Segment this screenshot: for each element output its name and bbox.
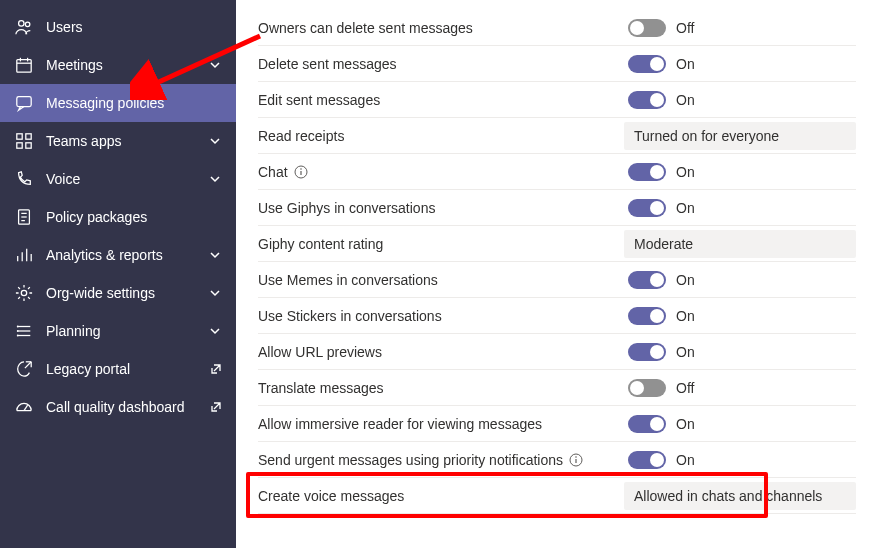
setting-label: Use Stickers in conversations: [258, 308, 628, 324]
setting-row: Use Memes in conversations On: [258, 262, 856, 298]
sidebar-item-label: Teams apps: [46, 133, 208, 149]
info-icon[interactable]: [294, 165, 308, 179]
setting-row: Giphy content rating Moderate: [258, 226, 856, 262]
sidebar-item-legacy-portal[interactable]: Legacy portal: [0, 350, 236, 388]
toggle-switch[interactable]: [628, 415, 666, 433]
setting-label: Giphy content rating: [258, 236, 624, 252]
setting-row: Allow immersive reader for viewing messa…: [258, 406, 856, 442]
svg-point-35: [575, 456, 577, 458]
setting-label: Allow immersive reader for viewing messa…: [258, 416, 628, 432]
sidebar-item-meetings[interactable]: Meetings: [0, 46, 236, 84]
sidebar-item-teams-apps[interactable]: Teams apps: [0, 122, 236, 160]
select-dropdown[interactable]: Allowed in chats and channels: [624, 482, 856, 510]
toggle-state-text: On: [676, 344, 695, 360]
settings-icon: [14, 283, 34, 303]
toggle-switch[interactable]: [628, 199, 666, 217]
sidebar-item-label: Org-wide settings: [46, 285, 208, 301]
toggle-switch[interactable]: [628, 343, 666, 361]
sidebar-item-voice[interactable]: Voice: [0, 160, 236, 198]
sidebar-item-users[interactable]: Users: [0, 8, 236, 46]
setting-control: Allowed in chats and channels: [624, 482, 856, 510]
toggle-switch[interactable]: [628, 91, 666, 109]
toggle-switch[interactable]: [628, 163, 666, 181]
svg-rect-2: [17, 60, 31, 73]
chevron-down-icon: [208, 324, 222, 338]
svg-line-29: [24, 405, 28, 410]
setting-label: Read receipts: [258, 128, 624, 144]
apps-icon: [14, 131, 34, 151]
chevron-down-icon: [208, 248, 222, 262]
setting-row: Send urgent messages using priority noti…: [258, 442, 856, 478]
toggle-switch[interactable]: [628, 55, 666, 73]
setting-row: Use Giphys in conversations On: [258, 190, 856, 226]
toggle-state-text: On: [676, 416, 695, 432]
chevron-down-icon: [208, 172, 222, 186]
sidebar-item-policy-packages[interactable]: Policy packages: [0, 198, 236, 236]
setting-control: On: [628, 343, 856, 361]
setting-control: On: [628, 163, 856, 181]
sidebar: Users Meetings Messaging policies Teams …: [0, 0, 236, 548]
setting-control: Moderate: [624, 230, 856, 258]
sidebar-item-planning[interactable]: Planning: [0, 312, 236, 350]
dashboard-icon: [14, 397, 34, 417]
legacy-icon: [14, 359, 34, 379]
toggle-switch[interactable]: [628, 307, 666, 325]
sidebar-item-messaging-policies[interactable]: Messaging policies: [0, 84, 236, 122]
sidebar-item-org-wide-settings[interactable]: Org-wide settings: [0, 274, 236, 312]
setting-row: Owners can delete sent messages Off: [258, 10, 856, 46]
svg-rect-8: [26, 134, 31, 139]
toggle-switch[interactable]: [628, 271, 666, 289]
sidebar-item-label: Meetings: [46, 57, 208, 73]
chevron-down-icon: [208, 134, 222, 148]
sidebar-item-analytics-reports[interactable]: Analytics & reports: [0, 236, 236, 274]
voice-icon: [14, 169, 34, 189]
settings-panel: Owners can delete sent messages Off Dele…: [236, 0, 878, 548]
setting-label: Translate messages: [258, 380, 628, 396]
sidebar-item-label: Analytics & reports: [46, 247, 208, 263]
users-icon: [14, 17, 34, 37]
svg-point-19: [21, 290, 26, 295]
policy-icon: [14, 207, 34, 227]
svg-rect-6: [17, 97, 31, 107]
external-link-icon: [210, 401, 222, 413]
toggle-switch[interactable]: [628, 451, 666, 469]
sidebar-item-label: Call quality dashboard: [46, 399, 204, 415]
svg-rect-9: [17, 143, 22, 148]
svg-point-32: [300, 168, 302, 170]
setting-label: Allow URL previews: [258, 344, 628, 360]
svg-rect-10: [26, 143, 31, 148]
svg-rect-7: [17, 134, 22, 139]
sidebar-item-label: Users: [46, 19, 222, 35]
setting-row: Create voice messages Allowed in chats a…: [258, 478, 856, 514]
toggle-state-text: On: [676, 200, 695, 216]
sidebar-item-call-quality-dashboard[interactable]: Call quality dashboard: [0, 388, 236, 426]
setting-control: On: [628, 415, 856, 433]
sidebar-item-label: Policy packages: [46, 209, 222, 225]
select-dropdown[interactable]: Turned on for everyone: [624, 122, 856, 150]
setting-row: Edit sent messages On: [258, 82, 856, 118]
toggle-switch[interactable]: [628, 379, 666, 397]
setting-control: Off: [628, 19, 856, 37]
setting-row: Allow URL previews On: [258, 334, 856, 370]
meetings-icon: [14, 55, 34, 75]
external-link-icon: [210, 363, 222, 375]
svg-line-28: [25, 362, 31, 368]
sidebar-item-label: Messaging policies: [46, 95, 222, 111]
toggle-switch[interactable]: [628, 19, 666, 37]
setting-row: Translate messages Off: [258, 370, 856, 406]
svg-point-25: [17, 335, 19, 337]
setting-control: On: [628, 307, 856, 325]
messaging-icon: [14, 93, 34, 113]
setting-label: Use Memes in conversations: [258, 272, 628, 288]
setting-row: Use Stickers in conversations On: [258, 298, 856, 334]
setting-label: Chat: [258, 164, 628, 180]
setting-control: Off: [628, 379, 856, 397]
info-icon[interactable]: [569, 453, 583, 467]
select-dropdown[interactable]: Moderate: [624, 230, 856, 258]
setting-label: Use Giphys in conversations: [258, 200, 628, 216]
toggle-state-text: Off: [676, 380, 694, 396]
svg-point-23: [17, 326, 19, 328]
svg-point-0: [19, 21, 24, 26]
toggle-state-text: On: [676, 308, 695, 324]
chevron-down-icon: [208, 286, 222, 300]
